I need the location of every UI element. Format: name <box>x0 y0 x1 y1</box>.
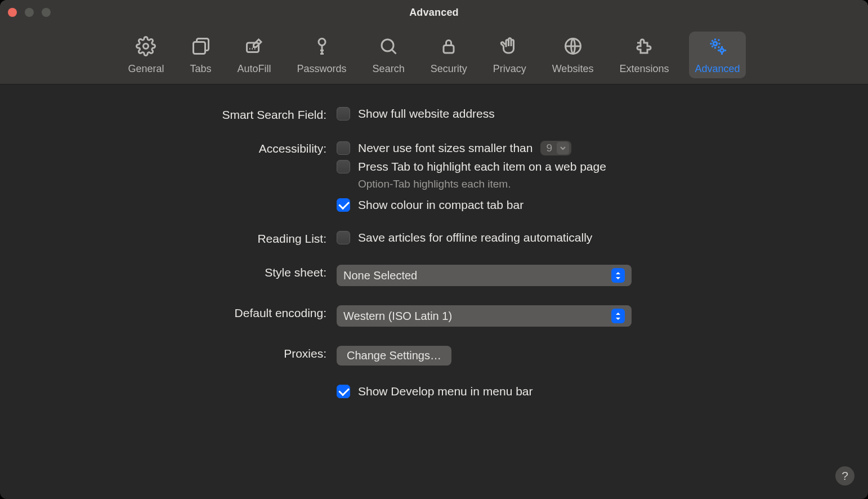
min-font-size-value: 9 <box>546 142 552 154</box>
compact-colour-checkbox[interactable] <box>337 198 350 212</box>
tab-label: Advanced <box>695 63 740 75</box>
svg-rect-5 <box>444 46 454 54</box>
min-font-size-text: Never use font sizes smaller than <box>358 141 533 155</box>
encoding-label: Default encoding: <box>34 305 326 320</box>
stylesheet-label: Style sheet: <box>34 265 326 279</box>
min-font-size-stepper[interactable]: 9 <box>540 141 571 155</box>
puzzle-icon <box>634 36 654 59</box>
save-offline-text: Save articles for offline reading automa… <box>358 231 592 244</box>
min-font-size-option[interactable]: Never use font sizes smaller than 9 <box>337 141 834 155</box>
question-mark-icon: ? <box>842 469 848 483</box>
tab-label: Tabs <box>190 63 212 75</box>
smart-search-label: Smart Search Field: <box>34 107 326 122</box>
close-window-button[interactable] <box>8 8 17 17</box>
tab-general[interactable]: General <box>122 32 169 78</box>
tab-highlight-hint: Option-Tab highlights each item. <box>358 178 834 190</box>
key-icon <box>312 36 332 59</box>
preferences-toolbar: General Tabs AutoFill Passwords Search <box>0 25 868 84</box>
show-full-address-option[interactable]: Show full website address <box>337 107 834 121</box>
tab-autofill[interactable]: AutoFill <box>232 32 277 78</box>
svg-rect-1 <box>193 42 205 54</box>
tab-privacy[interactable]: Privacy <box>487 32 532 78</box>
search-icon <box>378 36 399 59</box>
preferences-window: Advanced General Tabs AutoFill Passwor <box>0 0 868 499</box>
encoding-popup[interactable]: Western (ISO Latin 1) <box>337 305 632 327</box>
popup-arrows-icon <box>611 309 625 323</box>
svg-point-3 <box>319 39 325 46</box>
stylesheet-value: None Selected <box>343 269 417 282</box>
develop-menu-text: Show Develop menu in menu bar <box>358 385 533 398</box>
reading-list-label: Reading List: <box>34 231 326 246</box>
compact-colour-option[interactable]: Show colour in compact tab bar <box>337 198 834 212</box>
help-button[interactable]: ? <box>835 466 854 485</box>
tab-security[interactable]: Security <box>425 32 473 78</box>
tab-highlight-checkbox[interactable] <box>337 160 350 173</box>
show-full-address-checkbox[interactable] <box>337 107 350 121</box>
chevron-down-icon[interactable] <box>557 142 569 154</box>
develop-menu-checkbox[interactable] <box>337 385 350 398</box>
svg-point-4 <box>382 39 393 51</box>
minimize-window-button[interactable] <box>25 8 34 17</box>
gear-icon <box>136 36 156 59</box>
svg-point-0 <box>144 44 149 49</box>
lock-icon <box>439 36 459 59</box>
svg-point-8 <box>720 49 723 52</box>
proxies-label: Proxies: <box>34 346 326 360</box>
tabs-icon <box>191 36 211 59</box>
tab-extensions[interactable]: Extensions <box>614 32 674 78</box>
stylesheet-popup[interactable]: None Selected <box>337 265 632 286</box>
tab-label: Security <box>431 63 467 75</box>
tab-label: Passwords <box>297 63 347 75</box>
globe-icon <box>563 36 583 59</box>
tab-highlight-option[interactable]: Press Tab to highlight each item on a we… <box>337 160 834 173</box>
window-controls <box>8 8 51 17</box>
svg-point-7 <box>713 42 717 46</box>
change-settings-button[interactable]: Change Settings… <box>337 346 451 366</box>
develop-menu-option[interactable]: Show Develop menu in menu bar <box>337 385 834 398</box>
change-settings-text: Change Settings… <box>347 349 441 362</box>
popup-arrows-icon <box>611 268 625 283</box>
tab-label: Websites <box>552 63 594 75</box>
autofill-pencil-icon <box>244 36 265 59</box>
tab-websites[interactable]: Websites <box>547 32 599 78</box>
spacer <box>34 385 326 386</box>
save-offline-option[interactable]: Save articles for offline reading automa… <box>337 231 834 244</box>
show-full-address-text: Show full website address <box>358 107 495 121</box>
tab-tabs[interactable]: Tabs <box>185 32 217 78</box>
compact-colour-text: Show colour in compact tab bar <box>358 198 524 212</box>
tab-highlight-text: Press Tab to highlight each item on a we… <box>358 160 606 173</box>
window-title: Advanced <box>0 7 868 19</box>
tab-label: General <box>128 63 164 75</box>
titlebar: Advanced <box>0 0 868 25</box>
tab-passwords[interactable]: Passwords <box>292 32 352 78</box>
encoding-value: Western (ISO Latin 1) <box>343 310 452 323</box>
advanced-pane: Smart Search Field: Show full website ad… <box>0 84 868 438</box>
tab-label: Privacy <box>493 63 526 75</box>
double-gear-icon <box>708 36 728 59</box>
accessibility-label: Accessibility: <box>34 141 326 155</box>
tab-label: Search <box>373 63 405 75</box>
tab-search[interactable]: Search <box>367 32 410 78</box>
hand-icon <box>499 36 520 59</box>
tab-label: AutoFill <box>238 63 271 75</box>
save-offline-checkbox[interactable] <box>337 231 350 244</box>
min-font-size-checkbox[interactable] <box>337 141 350 155</box>
zoom-window-button[interactable] <box>42 8 51 17</box>
tab-advanced[interactable]: Advanced <box>689 32 745 78</box>
tab-label: Extensions <box>619 63 669 75</box>
